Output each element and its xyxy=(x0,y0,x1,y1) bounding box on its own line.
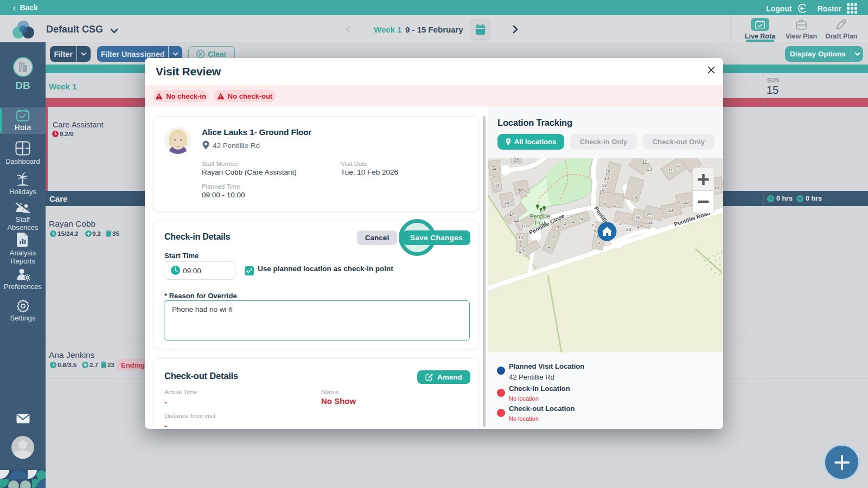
svg-text:28: 28 xyxy=(626,227,631,232)
svg-text:8: 8 xyxy=(603,201,606,206)
svg-text:7: 7 xyxy=(519,251,521,256)
svg-text:14: 14 xyxy=(604,176,610,181)
svg-text:14: 14 xyxy=(509,211,515,217)
svg-text:5: 5 xyxy=(593,228,596,233)
svg-text:26: 26 xyxy=(635,215,641,220)
svg-text:13: 13 xyxy=(647,166,652,172)
svg-text:36: 36 xyxy=(504,200,509,205)
svg-text:Park: Park xyxy=(535,220,547,226)
svg-text:28: 28 xyxy=(514,158,519,163)
svg-text:6: 6 xyxy=(614,204,617,209)
svg-text:1: 1 xyxy=(598,240,601,245)
svg-text:3: 3 xyxy=(557,225,559,230)
svg-text:16: 16 xyxy=(684,200,689,205)
svg-text:22: 22 xyxy=(647,212,652,217)
svg-text:9: 9 xyxy=(677,164,680,169)
svg-text:Pentillie: Pentillie xyxy=(530,213,550,220)
svg-text:10: 10 xyxy=(518,235,524,240)
svg-text:10: 10 xyxy=(599,189,604,195)
svg-text:11: 11 xyxy=(521,224,526,229)
svg-text:34: 34 xyxy=(494,183,500,188)
svg-text:11: 11 xyxy=(668,168,673,174)
svg-text:20: 20 xyxy=(648,220,654,225)
svg-text:24: 24 xyxy=(637,223,642,229)
svg-text:2: 2 xyxy=(619,221,622,226)
svg-text:9: 9 xyxy=(519,241,522,247)
svg-text:3: 3 xyxy=(596,234,598,239)
svg-text:1: 1 xyxy=(572,219,575,224)
svg-text:4: 4 xyxy=(635,195,637,200)
svg-text:9: 9 xyxy=(580,217,583,222)
svg-text:38: 38 xyxy=(518,188,523,194)
svg-text:2: 2 xyxy=(564,221,566,226)
svg-text:16: 16 xyxy=(605,169,611,175)
svg-text:4: 4 xyxy=(552,234,555,240)
svg-text:12: 12 xyxy=(514,217,519,223)
svg-text:18: 18 xyxy=(668,208,673,213)
svg-text:32: 32 xyxy=(492,165,497,171)
svg-text:15: 15 xyxy=(642,159,648,165)
svg-text:12: 12 xyxy=(602,183,607,188)
svg-text:5: 5 xyxy=(547,243,550,249)
svg-text:12: 12 xyxy=(714,186,719,191)
svg-text:7: 7 xyxy=(690,158,692,162)
svg-text:6: 6 xyxy=(523,248,526,253)
